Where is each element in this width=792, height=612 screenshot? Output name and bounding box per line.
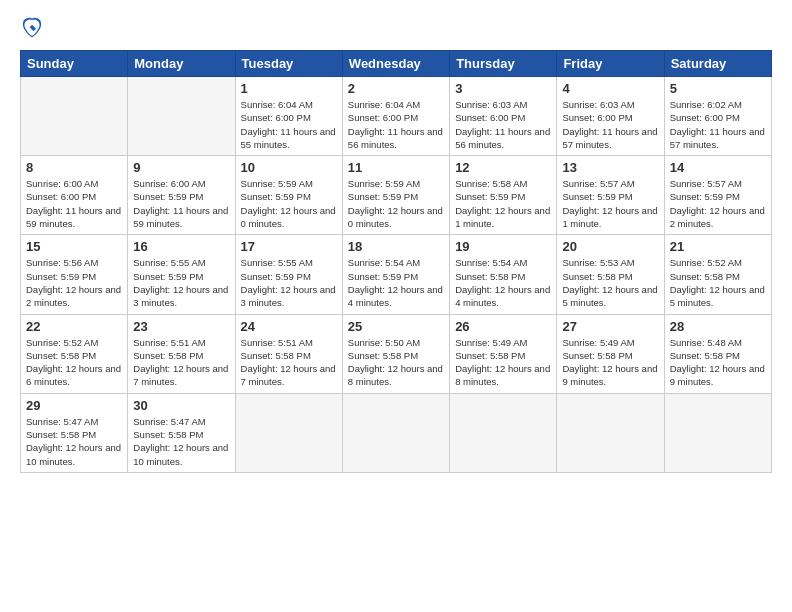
calendar-week-1: 8Sunrise: 6:00 AMSunset: 6:00 PMDaylight…	[21, 156, 772, 235]
calendar-cell: 3Sunrise: 6:03 AMSunset: 6:00 PMDaylight…	[450, 77, 557, 156]
day-number: 22	[26, 319, 122, 334]
calendar-cell: 30Sunrise: 5:47 AMSunset: 5:58 PMDayligh…	[128, 393, 235, 472]
calendar-table: SundayMondayTuesdayWednesdayThursdayFrid…	[20, 50, 772, 473]
day-info: Sunrise: 5:54 AMSunset: 5:58 PMDaylight:…	[455, 256, 551, 309]
day-info: Sunrise: 6:00 AMSunset: 5:59 PMDaylight:…	[133, 177, 229, 230]
day-number: 13	[562, 160, 658, 175]
day-info: Sunrise: 5:49 AMSunset: 5:58 PMDaylight:…	[455, 336, 551, 389]
calendar-cell: 8Sunrise: 6:00 AMSunset: 6:00 PMDaylight…	[21, 156, 128, 235]
day-info: Sunrise: 5:47 AMSunset: 5:58 PMDaylight:…	[133, 415, 229, 468]
calendar-cell: 21Sunrise: 5:52 AMSunset: 5:58 PMDayligh…	[664, 235, 771, 314]
day-number: 19	[455, 239, 551, 254]
day-number: 21	[670, 239, 766, 254]
day-number: 10	[241, 160, 337, 175]
calendar-cell: 20Sunrise: 5:53 AMSunset: 5:58 PMDayligh…	[557, 235, 664, 314]
weekday-wednesday: Wednesday	[342, 51, 449, 77]
calendar-body: 1Sunrise: 6:04 AMSunset: 6:00 PMDaylight…	[21, 77, 772, 473]
day-number: 1	[241, 81, 337, 96]
day-number: 12	[455, 160, 551, 175]
day-number: 29	[26, 398, 122, 413]
day-number: 15	[26, 239, 122, 254]
calendar-cell: 29Sunrise: 5:47 AMSunset: 5:58 PMDayligh…	[21, 393, 128, 472]
calendar-cell	[235, 393, 342, 472]
day-number: 16	[133, 239, 229, 254]
day-number: 9	[133, 160, 229, 175]
calendar-cell: 17Sunrise: 5:55 AMSunset: 5:59 PMDayligh…	[235, 235, 342, 314]
day-info: Sunrise: 5:51 AMSunset: 5:58 PMDaylight:…	[133, 336, 229, 389]
weekday-saturday: Saturday	[664, 51, 771, 77]
day-number: 17	[241, 239, 337, 254]
calendar-cell: 13Sunrise: 5:57 AMSunset: 5:59 PMDayligh…	[557, 156, 664, 235]
calendar-cell: 12Sunrise: 5:58 AMSunset: 5:59 PMDayligh…	[450, 156, 557, 235]
day-info: Sunrise: 5:53 AMSunset: 5:58 PMDaylight:…	[562, 256, 658, 309]
day-number: 27	[562, 319, 658, 334]
day-info: Sunrise: 5:52 AMSunset: 5:58 PMDaylight:…	[26, 336, 122, 389]
day-info: Sunrise: 5:57 AMSunset: 5:59 PMDaylight:…	[562, 177, 658, 230]
page: SundayMondayTuesdayWednesdayThursdayFrid…	[0, 0, 792, 612]
day-info: Sunrise: 6:03 AMSunset: 6:00 PMDaylight:…	[455, 98, 551, 151]
calendar-cell: 11Sunrise: 5:59 AMSunset: 5:59 PMDayligh…	[342, 156, 449, 235]
calendar-cell: 10Sunrise: 5:59 AMSunset: 5:59 PMDayligh…	[235, 156, 342, 235]
calendar-cell: 22Sunrise: 5:52 AMSunset: 5:58 PMDayligh…	[21, 314, 128, 393]
calendar-cell: 27Sunrise: 5:49 AMSunset: 5:58 PMDayligh…	[557, 314, 664, 393]
day-number: 11	[348, 160, 444, 175]
weekday-monday: Monday	[128, 51, 235, 77]
day-number: 24	[241, 319, 337, 334]
weekday-friday: Friday	[557, 51, 664, 77]
weekday-tuesday: Tuesday	[235, 51, 342, 77]
calendar-cell	[450, 393, 557, 472]
calendar-cell	[128, 77, 235, 156]
weekday-header-row: SundayMondayTuesdayWednesdayThursdayFrid…	[21, 51, 772, 77]
day-info: Sunrise: 5:56 AMSunset: 5:59 PMDaylight:…	[26, 256, 122, 309]
header	[20, 16, 772, 40]
day-number: 2	[348, 81, 444, 96]
day-number: 23	[133, 319, 229, 334]
day-info: Sunrise: 5:49 AMSunset: 5:58 PMDaylight:…	[562, 336, 658, 389]
weekday-thursday: Thursday	[450, 51, 557, 77]
day-info: Sunrise: 5:58 AMSunset: 5:59 PMDaylight:…	[455, 177, 551, 230]
day-info: Sunrise: 5:50 AMSunset: 5:58 PMDaylight:…	[348, 336, 444, 389]
day-info: Sunrise: 5:51 AMSunset: 5:58 PMDaylight:…	[241, 336, 337, 389]
logo	[20, 16, 46, 40]
calendar-cell	[664, 393, 771, 472]
calendar-cell: 28Sunrise: 5:48 AMSunset: 5:58 PMDayligh…	[664, 314, 771, 393]
calendar-cell: 2Sunrise: 6:04 AMSunset: 6:00 PMDaylight…	[342, 77, 449, 156]
day-info: Sunrise: 5:57 AMSunset: 5:59 PMDaylight:…	[670, 177, 766, 230]
calendar-cell: 9Sunrise: 6:00 AMSunset: 5:59 PMDaylight…	[128, 156, 235, 235]
day-info: Sunrise: 5:52 AMSunset: 5:58 PMDaylight:…	[670, 256, 766, 309]
day-info: Sunrise: 6:04 AMSunset: 6:00 PMDaylight:…	[348, 98, 444, 151]
day-info: Sunrise: 5:54 AMSunset: 5:59 PMDaylight:…	[348, 256, 444, 309]
day-info: Sunrise: 5:48 AMSunset: 5:58 PMDaylight:…	[670, 336, 766, 389]
day-info: Sunrise: 5:59 AMSunset: 5:59 PMDaylight:…	[241, 177, 337, 230]
calendar-cell: 4Sunrise: 6:03 AMSunset: 6:00 PMDaylight…	[557, 77, 664, 156]
calendar-week-0: 1Sunrise: 6:04 AMSunset: 6:00 PMDaylight…	[21, 77, 772, 156]
calendar-cell	[342, 393, 449, 472]
day-number: 28	[670, 319, 766, 334]
day-info: Sunrise: 5:59 AMSunset: 5:59 PMDaylight:…	[348, 177, 444, 230]
calendar-cell: 5Sunrise: 6:02 AMSunset: 6:00 PMDaylight…	[664, 77, 771, 156]
day-info: Sunrise: 5:47 AMSunset: 5:58 PMDaylight:…	[26, 415, 122, 468]
day-number: 18	[348, 239, 444, 254]
calendar-cell: 16Sunrise: 5:55 AMSunset: 5:59 PMDayligh…	[128, 235, 235, 314]
day-number: 30	[133, 398, 229, 413]
weekday-sunday: Sunday	[21, 51, 128, 77]
calendar-week-4: 29Sunrise: 5:47 AMSunset: 5:58 PMDayligh…	[21, 393, 772, 472]
day-number: 25	[348, 319, 444, 334]
day-number: 3	[455, 81, 551, 96]
day-number: 5	[670, 81, 766, 96]
calendar-cell	[557, 393, 664, 472]
day-info: Sunrise: 5:55 AMSunset: 5:59 PMDaylight:…	[133, 256, 229, 309]
calendar-cell: 15Sunrise: 5:56 AMSunset: 5:59 PMDayligh…	[21, 235, 128, 314]
calendar-cell: 1Sunrise: 6:04 AMSunset: 6:00 PMDaylight…	[235, 77, 342, 156]
calendar-cell: 18Sunrise: 5:54 AMSunset: 5:59 PMDayligh…	[342, 235, 449, 314]
day-info: Sunrise: 6:03 AMSunset: 6:00 PMDaylight:…	[562, 98, 658, 151]
calendar-cell	[21, 77, 128, 156]
calendar-week-2: 15Sunrise: 5:56 AMSunset: 5:59 PMDayligh…	[21, 235, 772, 314]
calendar-cell: 26Sunrise: 5:49 AMSunset: 5:58 PMDayligh…	[450, 314, 557, 393]
calendar-cell: 14Sunrise: 5:57 AMSunset: 5:59 PMDayligh…	[664, 156, 771, 235]
calendar-cell: 25Sunrise: 5:50 AMSunset: 5:58 PMDayligh…	[342, 314, 449, 393]
logo-icon	[20, 16, 44, 40]
calendar-week-3: 22Sunrise: 5:52 AMSunset: 5:58 PMDayligh…	[21, 314, 772, 393]
calendar-cell: 19Sunrise: 5:54 AMSunset: 5:58 PMDayligh…	[450, 235, 557, 314]
day-info: Sunrise: 6:04 AMSunset: 6:00 PMDaylight:…	[241, 98, 337, 151]
